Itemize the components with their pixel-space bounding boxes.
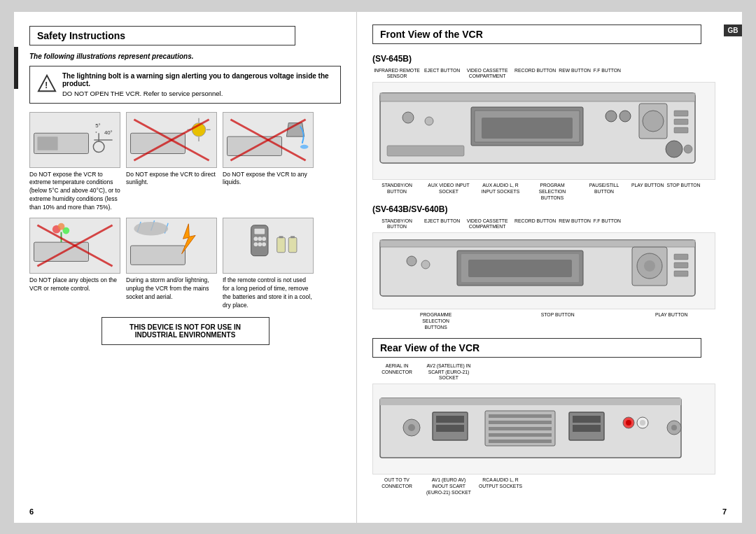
label-aerial: AERIAL IN CONNECTOR (372, 363, 421, 381)
liquids-illustration (223, 113, 313, 167)
image-cell-sunlight: Do NOT expose the VCR to direct sunlight… (126, 112, 217, 212)
batteries-image (223, 218, 314, 274)
svg-point-60 (684, 145, 692, 153)
image-row-1: 5° * 40° Do NOT expose the VCR to extrem… (29, 112, 341, 212)
label-av1: AV1 (EURO AV) IN/OUT SCART (EURO-21) SOC… (424, 477, 473, 496)
temperature-illustration: 5° * 40° (30, 113, 120, 167)
rear-svg (373, 384, 716, 475)
label2-rew: REW BUTTON (559, 218, 591, 231)
caption-liquids: Do NOT expose the VCR to any liquids. (223, 171, 314, 188)
gb-badge: GB (724, 24, 742, 36)
label2-ff: F.F BUTTON (594, 218, 621, 231)
model-sv643b-label: (SV-643B/SV-640B) (372, 204, 727, 214)
sv643b-bottom-labels: PROGRAMME SELECTION BUTTONS STOP BUTTON … (372, 312, 727, 330)
caption-temperature: Do NOT expose the VCR to extreme tempera… (29, 171, 120, 212)
black-bar (14, 47, 18, 89)
svg-point-69 (407, 256, 416, 266)
svg-rect-46 (290, 236, 295, 238)
label-rew: REW BUTTON (559, 68, 591, 80)
svg-rect-45 (288, 237, 297, 252)
svg-point-55 (620, 111, 631, 122)
svg-point-80 (408, 424, 415, 431)
rear-view-header: Rear View of the VCR (372, 338, 701, 358)
warning-text: The lightning bolt is a warning sign ale… (62, 72, 333, 97)
objects-image (29, 218, 120, 274)
image-cell-liquids: Do NOT expose the VCR to any liquids. (223, 112, 314, 212)
svg-text:*: * (95, 131, 97, 135)
label-standby: STANDBY/ON BUTTON (372, 183, 421, 201)
svg-rect-48 (380, 93, 695, 101)
svg-rect-92 (573, 425, 601, 432)
svg-rect-22 (34, 242, 89, 261)
label-infrared: INFRARED REMOTE SENSOR (372, 68, 421, 80)
sv645b-svg (373, 83, 716, 181)
svg-rect-89 (489, 440, 552, 443)
sv645b-bottom-labels: STANDBY/ON BUTTON AUX VIDEO INPUT SOCKET… (372, 183, 727, 201)
objects-illustration (30, 218, 120, 273)
warning-box: ! The lightning bolt is a warning sign a… (29, 66, 341, 104)
svg-point-26 (58, 223, 65, 230)
label-aux-audio: AUX AUDIO L, R INPUT SOCKETS (476, 183, 525, 201)
svg-rect-44 (279, 236, 284, 238)
svg-point-40 (254, 242, 258, 246)
right-page: GB Front View of the VCR (SV-645B) INFRA… (357, 12, 742, 523)
svg-rect-18 (227, 136, 282, 155)
liquids-image (223, 112, 314, 168)
page-number-right: 7 (722, 507, 727, 516)
rear-diagram (372, 384, 715, 475)
sunlight-illustration (127, 113, 216, 167)
sv643b-top-labels: STANDBY/ON BUTTON EJECT BUTTON VIDEO CAS… (372, 218, 727, 231)
rear-bottom-labels: OUT TO TV CONNECTOR AV1 (EURO AV) IN/OUT… (372, 477, 727, 496)
sv643b-diagram (372, 232, 715, 309)
model-sv645b-label: (SV-645B) (372, 54, 727, 64)
svg-point-39 (262, 237, 266, 241)
svg-point-96 (640, 420, 645, 426)
svg-rect-85 (489, 414, 552, 418)
svg-point-53 (425, 117, 433, 125)
image-cell-batteries: If the remote control is not used for a … (223, 218, 314, 310)
sv643b-svg (373, 233, 716, 310)
svg-point-37 (254, 237, 258, 241)
caption-storm: During a storm and/or lightning, unplug … (126, 276, 217, 302)
svg-rect-65 (380, 240, 695, 247)
front-view-header: Front View of the VCR (372, 24, 701, 44)
svg-point-70 (421, 260, 430, 269)
svg-text:!: ! (45, 80, 48, 90)
image-cell-objects: Do NOT place any objects on the VCR or r… (29, 218, 120, 310)
label2-eject: EJECT BUTTON (424, 218, 460, 231)
sv645b-diagram (372, 82, 715, 180)
label-stop: STOP BUTTON (666, 183, 700, 201)
svg-rect-68 (468, 260, 572, 277)
svg-rect-62 (674, 119, 688, 125)
svg-rect-3 (37, 136, 57, 150)
svg-point-42 (262, 242, 266, 246)
svg-point-41 (258, 242, 262, 246)
svg-rect-74 (674, 254, 688, 260)
following-illustrations-text: The following illustrations represent pr… (29, 52, 341, 60)
svg-point-94 (626, 420, 631, 426)
image-cell-temperature: 5° * 40° Do NOT expose the VCR to extrem… (29, 112, 120, 212)
svg-point-8 (93, 141, 104, 152)
svg-marker-30 (182, 224, 196, 254)
label-rca-audio: RCA AUDIO L, R OUTPUT SOCKETS (476, 477, 525, 496)
svg-text:5°: 5° (95, 122, 100, 129)
svg-rect-75 (674, 262, 688, 268)
label-pause: PAUSE/STILL BUTTON (580, 183, 629, 201)
svg-rect-86 (489, 421, 552, 424)
warning-triangle-icon: ! (37, 73, 57, 93)
image-row-2: Do NOT place any objects on the VCR or r… (29, 218, 341, 310)
svg-rect-83 (436, 425, 464, 432)
svg-rect-88 (489, 433, 552, 437)
label-aux-video: AUX VIDEO INPUT SOCKET (424, 183, 473, 201)
svg-point-73 (644, 260, 655, 272)
svg-point-19 (300, 144, 309, 148)
svg-rect-58 (387, 146, 464, 156)
left-page: Safety Instructions The following illust… (14, 12, 357, 523)
label2-standby: STANDBY/ON BUTTON (372, 218, 421, 231)
svg-point-59 (666, 141, 682, 157)
label2-prog: PROGRAMME SELECTION BUTTONS (412, 312, 461, 330)
label-vcassette: VIDEO CASSETTE COMPARTMENT (463, 68, 512, 80)
label-eject: EJECT BUTTON (424, 68, 460, 80)
label2-vcassette: VIDEO CASSETTE COMPARTMENT (463, 218, 512, 231)
sunlight-image (126, 112, 217, 168)
